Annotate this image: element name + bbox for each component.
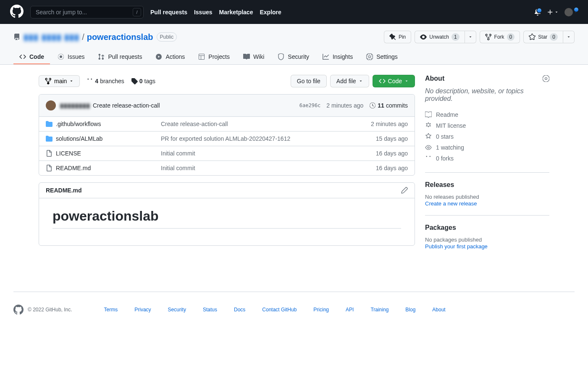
license-link[interactable]: MIT license [436, 122, 466, 129]
footer-link[interactable]: Pricing [313, 307, 329, 313]
file-commit-link[interactable]: Initial commit [161, 165, 349, 171]
commit-author-name[interactable]: ▮▮▮▮▮▮▮▮ [60, 102, 90, 109]
about-description: No description, website, or topics provi… [425, 87, 549, 103]
branches-link[interactable]: 4 branches [87, 78, 124, 84]
file-icon [46, 165, 56, 171]
github-logo[interactable] [10, 5, 24, 19]
tags-link[interactable]: 0 tags [131, 78, 155, 84]
nav-pull-requests[interactable]: Pull requests [150, 9, 187, 16]
forks-link[interactable]: 0 forks [436, 155, 454, 162]
tab-insights[interactable]: Insights [317, 50, 359, 64]
stars-link[interactable]: 0 stars [436, 133, 454, 140]
packages-none-text: No packages published [425, 237, 549, 243]
nav-issues[interactable]: Issues [194, 9, 213, 16]
header-search: / [30, 6, 144, 18]
footer-link[interactable]: Docs [234, 307, 245, 313]
footer-link[interactable]: Security [168, 307, 186, 313]
nav-marketplace[interactable]: Marketplace [219, 9, 253, 16]
pin-button[interactable]: Pin [384, 31, 411, 43]
commits-history-link[interactable]: 11 commits [369, 102, 408, 109]
tab-actions[interactable]: Actions [150, 50, 191, 64]
tab-projects[interactable]: Projects [192, 50, 236, 64]
code-label: Code [388, 78, 402, 84]
footer-link[interactable]: Contact GitHub [262, 307, 297, 313]
header-right [534, 8, 578, 16]
file-name-link[interactable]: README.md [56, 165, 161, 171]
footer-link[interactable]: Training [370, 307, 388, 313]
readme-link[interactable]: Readme [436, 111, 458, 118]
file-row: solutions/ALMLab PR for exported solutio… [39, 132, 415, 146]
avatar [564, 8, 573, 16]
footer-link[interactable]: Status [203, 307, 217, 313]
file-name-link[interactable]: .github/workflows [56, 121, 161, 127]
global-header: / Pull requests Issues Marketplace Explo… [0, 0, 588, 24]
branches-count: 4 [95, 78, 98, 84]
file-icon [46, 150, 56, 157]
file-name-link[interactable]: LICENSE [56, 150, 161, 157]
tab-issues[interactable]: Issues [52, 50, 90, 64]
commits-label: commits [386, 102, 408, 109]
star-label: Star [538, 34, 547, 40]
tab-code[interactable]: Code [13, 50, 50, 64]
go-to-file-button[interactable]: Go to file [291, 75, 327, 87]
footer-link[interactable]: About [432, 307, 445, 313]
commits-count: 11 [378, 102, 384, 109]
directory-icon [46, 135, 56, 142]
search-slash-hint: / [133, 8, 141, 16]
file-listing-box: ▮▮▮▮▮▮▮▮ Create release-action-call 6ae2… [39, 94, 415, 176]
file-commit-link[interactable]: Create release-action-call [161, 121, 349, 127]
watching-link[interactable]: 1 watching [436, 144, 464, 151]
star-dropdown[interactable] [563, 31, 575, 43]
create-release-link[interactable]: Create a new release [425, 200, 477, 207]
footer-link[interactable]: Blog [405, 307, 415, 313]
publish-package-link[interactable]: Publish your first package [425, 243, 488, 250]
tab-wiki[interactable]: Wiki [237, 50, 270, 64]
file-commit-link[interactable]: Initial commit [161, 150, 349, 157]
directory-icon [46, 121, 56, 127]
add-file-label: Add file [336, 78, 356, 84]
watch-dropdown[interactable] [465, 31, 476, 43]
file-name-link[interactable]: solutions/ALMLab [56, 135, 161, 142]
repo-owner-link[interactable]: ▮▮▮ ▮▮▮▮ ▮▮▮ [24, 32, 79, 42]
code-download-button[interactable]: Code [373, 75, 415, 87]
repo-name-link[interactable]: poweractionslab [87, 32, 153, 42]
fork-count: 0 [507, 33, 515, 41]
branches-label: branches [100, 78, 124, 84]
notifications-icon[interactable] [534, 9, 541, 16]
header-nav: Pull requests Issues Marketplace Explore [150, 9, 281, 16]
tab-projects-label: Projects [208, 53, 230, 60]
copyright-text: © 2022 GitHub, Inc. [28, 307, 72, 313]
star-button[interactable]: Star 0 [523, 31, 563, 43]
tab-insights-label: Insights [333, 53, 353, 60]
star-count: 0 [550, 33, 558, 41]
add-file-button[interactable]: Add file [330, 75, 369, 87]
create-new-dropdown[interactable] [547, 9, 559, 16]
readme-filename-link[interactable]: README.md [46, 187, 82, 194]
tab-settings-label: Settings [376, 53, 398, 60]
file-commit-link[interactable]: PR for exported solution ALMLab-20220427… [161, 135, 349, 142]
tags-count: 0 [139, 78, 143, 84]
tab-security-label: Security [288, 53, 309, 60]
footer-link[interactable]: API [346, 307, 354, 313]
about-settings-icon[interactable] [543, 75, 549, 82]
commit-sha[interactable]: 6ae296c [299, 103, 321, 108]
commit-message-link[interactable]: Create release-action-call [93, 102, 160, 109]
fork-label: Fork [494, 34, 504, 40]
footer-link[interactable]: Privacy [134, 307, 151, 313]
footer-link[interactable]: Terms [104, 307, 118, 313]
watch-count: 1 [452, 33, 459, 41]
tab-settings[interactable]: Settings [360, 50, 404, 64]
nav-explore[interactable]: Explore [260, 9, 281, 16]
edit-readme-icon[interactable] [401, 187, 408, 194]
commit-author-avatar[interactable] [46, 100, 56, 111]
tab-security[interactable]: Security [272, 50, 315, 64]
fork-button[interactable]: Fork 0 [480, 31, 520, 43]
pin-label: Pin [399, 34, 406, 40]
branch-select-button[interactable]: main [39, 75, 80, 87]
visibility-badge: Public [157, 32, 177, 42]
watch-button[interactable]: Unwatch 1 [415, 31, 465, 43]
user-menu[interactable] [564, 8, 578, 16]
search-input[interactable] [30, 6, 144, 18]
file-time: 2 minutes ago [349, 121, 408, 127]
tab-pull-requests[interactable]: Pull requests [92, 50, 148, 64]
